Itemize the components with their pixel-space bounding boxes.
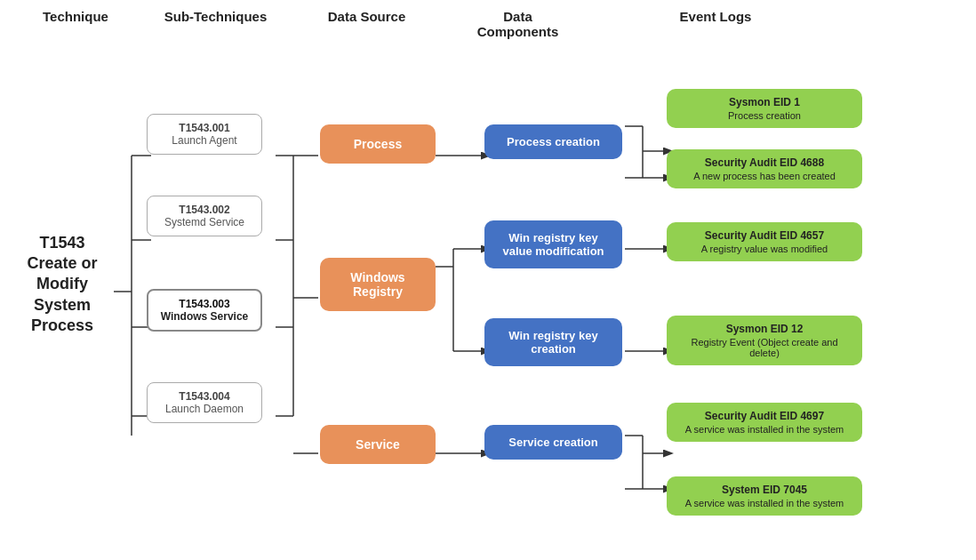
datasource-process: Process bbox=[320, 124, 436, 164]
el-system-7045: System EID 7045 A service was installed … bbox=[667, 476, 862, 516]
diagram: Technique Sub-Techniques Data Source Dat… bbox=[0, 0, 976, 560]
el-sysmon-eid1: Sysmon EID 1 Process creation bbox=[667, 89, 862, 128]
dc-registry-value-mod: Win registry key value modification bbox=[484, 220, 622, 268]
header-technique: Technique bbox=[18, 9, 133, 24]
el-security-4657: Security Audit EID 4657 A registry value… bbox=[667, 222, 862, 261]
subtechnique-3: T1543.003 Windows Service bbox=[142, 289, 267, 332]
subtechnique-4: T1543.004 Launch Daemon bbox=[142, 382, 267, 423]
subtechnique-1: T1543.001 Launch Agent bbox=[142, 114, 267, 155]
el-security-4688: Security Audit EID 4688 A new process ha… bbox=[667, 149, 862, 188]
el-security-4697: Security Audit EID 4697 A service was in… bbox=[667, 403, 862, 442]
dc-process-creation: Process creation bbox=[484, 124, 622, 159]
dc-service-creation: Service creation bbox=[484, 425, 622, 460]
header-datasource: Data Source bbox=[298, 9, 436, 24]
header-eventlogs: Event Logs bbox=[600, 9, 831, 24]
technique-label: T1543 Create or Modify System Process bbox=[9, 233, 116, 337]
el-sysmon-eid12: Sysmon EID 12 Registry Event (Object cre… bbox=[667, 316, 862, 365]
datasource-windows-registry: Windows Registry bbox=[320, 258, 436, 311]
header-datacomponents: DataComponents bbox=[436, 9, 600, 39]
dc-registry-key-creation: Win registry key creation bbox=[484, 318, 622, 366]
header-subtechniques: Sub-Techniques bbox=[133, 9, 298, 24]
datasource-service: Service bbox=[320, 425, 436, 464]
column-headers: Technique Sub-Techniques Data Source Dat… bbox=[18, 9, 958, 39]
subtechnique-2: T1543.002 Systemd Service bbox=[142, 196, 267, 236]
